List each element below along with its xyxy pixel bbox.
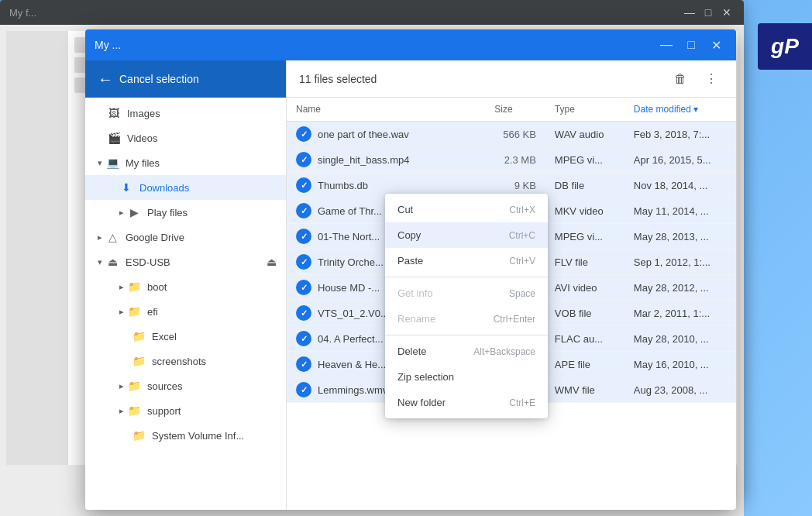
bg-maximize-button[interactable]: □ (700, 5, 716, 20)
sidebar-item-videos[interactable]: 🎬 Videos (85, 126, 286, 150)
sidebar-item-label: ESD-USB (126, 256, 170, 268)
chevron-right-icon (119, 381, 124, 391)
bg-close-button[interactable]: ✕ (719, 5, 735, 20)
delete-button[interactable]: 🗑 (668, 67, 693, 91)
download-icon: ⬇ (119, 181, 133, 194)
sidebar-item-play-files[interactable]: ▶ Play files (85, 200, 286, 225)
image-icon: 🖼 (107, 107, 121, 119)
sidebar-item-efi[interactable]: 📁 efi (85, 299, 286, 324)
selection-bar: 11 files selected 🗑 ⋮ (287, 60, 736, 98)
copy-shortcut: Ctrl+C (509, 230, 535, 241)
menu-item-paste[interactable]: Paste Ctrl+V (385, 248, 548, 273)
menu-item-new-folder[interactable]: New folder Ctrl+E (385, 390, 548, 415)
more-icon: ⋮ (705, 71, 717, 86)
bg-minimize-button[interactable]: — (682, 5, 697, 20)
window-controls: — □ ✕ (655, 34, 727, 56)
file-size-cell: 566 KB (485, 122, 545, 147)
paste-shortcut: Ctrl+V (509, 256, 535, 267)
close-button[interactable]: ✕ (705, 34, 727, 56)
col-type[interactable]: Type (545, 98, 624, 122)
usb-icon: ⏏ (105, 256, 119, 268)
table-row[interactable]: single_hit_bass.mp4 2.3 MB MPEG vi... Ap… (287, 147, 736, 173)
maximize-button[interactable]: □ (680, 34, 702, 56)
sidebar-item-google-drive[interactable]: △ Google Drive (85, 225, 286, 249)
check-icon (296, 356, 311, 372)
check-icon (296, 254, 311, 270)
window-title: My ... (95, 39, 121, 51)
file-type-cell: AVI video (545, 275, 624, 301)
video-icon: 🎬 (107, 132, 121, 144)
sidebar-item-label: Google Drive (126, 232, 184, 243)
sidebar-item-label: Play files (147, 207, 188, 218)
menu-item-zip[interactable]: Zip selection (385, 364, 548, 390)
computer-icon: 💻 (105, 157, 119, 169)
sidebar-item-label: Downloads (139, 182, 189, 194)
sidebar-item-label: support (147, 405, 181, 417)
col-name[interactable]: Name (287, 98, 485, 122)
sidebar-item-support[interactable]: 📁 support (85, 398, 286, 423)
col-size[interactable]: Size (485, 98, 545, 122)
sidebar-item-downloads[interactable]: ⬇ Downloads (85, 175, 286, 200)
file-name: VTS_01_2.V0... (318, 308, 389, 319)
gp-text: gP (771, 34, 799, 59)
sidebar-item-boot[interactable]: 📁 boot (85, 274, 286, 299)
rename-label: Rename (397, 313, 435, 325)
cut-shortcut: Ctrl+X (509, 205, 535, 215)
sidebar-item-label: My files (126, 157, 160, 169)
file-modified-cell: Sep 1, 2012, 1:... (624, 249, 736, 275)
sidebar-item-sources[interactable]: 📁 sources (85, 373, 286, 398)
file-name: 01-The Nort... (318, 231, 380, 243)
sidebar-item-label: Excel (152, 331, 177, 342)
bg-titlebar: My f... — □ ✕ (0, 0, 744, 25)
sidebar-toolbar: ← Cancel selection (85, 60, 286, 98)
chevron-right-icon (119, 406, 124, 416)
back-icon[interactable]: ← (98, 71, 113, 88)
file-modified-cell: May 16, 2010, ... (624, 352, 736, 377)
sidebar-item-label: Images (127, 108, 160, 119)
cut-label: Cut (397, 204, 413, 215)
sidebar-item-screenshots[interactable]: 📁 screenshots (85, 349, 286, 373)
eject-icon[interactable]: ⏏ (267, 256, 277, 268)
folder-icon: 📁 (127, 305, 141, 318)
chevron-right-icon (119, 307, 124, 317)
drive-icon: △ (105, 231, 119, 243)
file-type-cell: WAV audio (545, 122, 624, 147)
minimize-button[interactable]: — (655, 34, 677, 56)
cancel-selection-label: Cancel selection (119, 73, 199, 85)
sidebar-item-system-volume[interactable]: 📁 System Volume Inf... (85, 423, 286, 448)
file-modified-cell: May 28, 2012, ... (624, 275, 736, 301)
paste-label: Paste (397, 255, 423, 267)
file-type-cell: FLAC au... (545, 326, 624, 352)
sidebar-item-excel[interactable]: 📁 Excel (85, 324, 286, 349)
menu-divider-2 (385, 335, 548, 335)
sidebar-item-label: Videos (127, 132, 158, 144)
chevron-down-icon (98, 158, 102, 168)
menu-item-cut[interactable]: Cut Ctrl+X (385, 197, 548, 222)
file-size-cell: 2.3 MB (485, 147, 545, 173)
check-icon (296, 126, 311, 142)
file-name: one part of thee.wav (318, 129, 409, 140)
sidebar-item-label: sources (147, 380, 183, 392)
more-button[interactable]: ⋮ (699, 67, 724, 91)
col-modified[interactable]: Date modified ▾ (624, 98, 736, 122)
sidebar-item-images[interactable]: 🖼 Images (85, 101, 286, 126)
check-icon (296, 177, 311, 193)
menu-item-delete[interactable]: Delete Alt+Backspace (385, 339, 548, 364)
file-name: 04. A Perfect... (318, 333, 384, 345)
file-modified-cell: Aug 23, 2008, ... (624, 377, 736, 403)
check-icon (296, 305, 311, 321)
check-icon (296, 280, 311, 295)
file-type-cell: VOB file (545, 301, 624, 326)
sidebar-item-label: boot (147, 281, 167, 293)
file-name: Heaven & He... (318, 359, 386, 370)
check-icon (296, 203, 311, 218)
file-name: single_hit_bass.mp4 (318, 154, 410, 166)
sidebar-item-my-files[interactable]: 💻 My files (85, 150, 286, 175)
table-row[interactable]: one part of thee.wav 566 KB WAV audio Fe… (287, 122, 736, 147)
sidebar-nav: 🖼 Images 🎬 Videos 💻 My files ⬇ Down (85, 98, 286, 510)
file-name-cell: one part of thee.wav (287, 122, 485, 146)
new-folder-label: New folder (397, 397, 446, 408)
menu-item-copy[interactable]: Copy Ctrl+C (385, 222, 548, 248)
delete-label: Delete (397, 346, 427, 357)
sidebar-item-esd-usb[interactable]: ⏏ ESD-USB ⏏ (85, 249, 286, 274)
